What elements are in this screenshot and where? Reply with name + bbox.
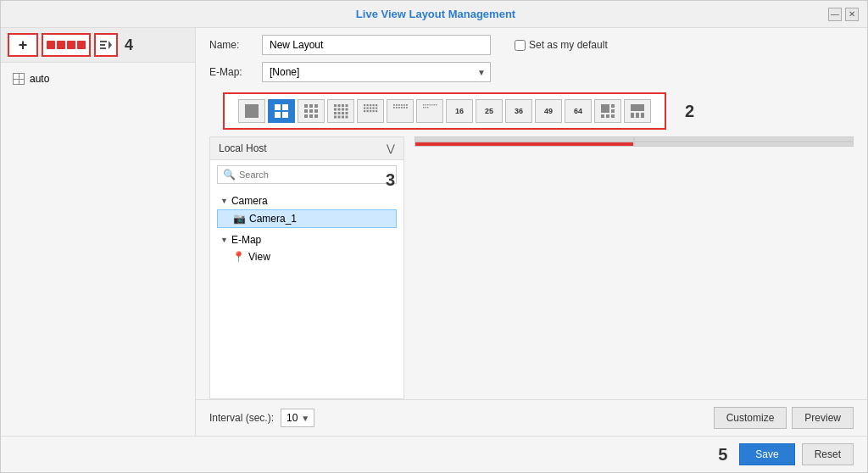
layout-item-auto[interactable]: auto — [8, 70, 188, 88]
emap-select[interactable]: [None] — [262, 62, 491, 82]
layout-btn-25-label: 25 — [485, 107, 493, 115]
svg-rect-34 — [364, 104, 365, 106]
layout-btn-wide2[interactable] — [624, 99, 651, 123]
video-grid-wrapper: 3 — [411, 136, 854, 399]
camera-tree: ▼ Camera 📷 Camera_1 ▼ E-Map 📍 — [210, 189, 403, 269]
save-button[interactable]: Save — [739, 443, 794, 465]
svg-rect-53 — [403, 104, 405, 106]
svg-rect-67 — [436, 104, 437, 105]
svg-rect-41 — [370, 108, 371, 109]
emap-select-wrapper: [None] ▼ — [262, 62, 491, 82]
svg-rect-44 — [364, 110, 365, 112]
grid-icon — [13, 73, 25, 85]
close-button[interactable]: ✕ — [845, 8, 859, 21]
layout-btn-64[interactable]: 64 — [565, 99, 592, 123]
layout-btn-4x4[interactable] — [327, 99, 354, 123]
window-controls: ― ✕ — [828, 8, 859, 21]
name-row: Name: Set as my default — [196, 28, 867, 62]
svg-rect-24 — [342, 109, 344, 111]
camera-panel-header: Local Host ⋁ — [210, 137, 403, 160]
layout-btn-wide1[interactable] — [594, 99, 621, 123]
camera1-label: Camera_1 — [249, 213, 297, 225]
layout-btn-3x3[interactable] — [298, 99, 325, 123]
step3-label: 3 — [386, 170, 395, 190]
layout-btn-49[interactable]: 49 — [535, 99, 562, 123]
svg-rect-76 — [611, 114, 615, 118]
svg-rect-11 — [314, 104, 318, 108]
title-bar: Live View Layout Management ― ✕ — [1, 1, 867, 28]
svg-rect-39 — [364, 108, 365, 109]
view-label: View — [248, 251, 270, 263]
layout-btn-7x7[interactable] — [416, 99, 443, 123]
layout-list: auto — [1, 63, 195, 95]
camera-section-header[interactable]: ▼ Camera — [217, 192, 397, 209]
svg-rect-6 — [282, 104, 288, 110]
preview-button[interactable]: Preview — [792, 407, 854, 429]
svg-rect-62 — [426, 104, 426, 105]
video-cell-2[interactable] — [635, 137, 853, 141]
layout-dots — [42, 33, 91, 57]
step4-label: 4 — [125, 36, 133, 54]
emap-section-label: E-Map — [231, 234, 261, 246]
camera-panel: Local Host ⋁ 🔍 ▼ Camera 📷 — [209, 136, 404, 399]
camera-item-camera1[interactable]: 📷 Camera_1 — [217, 209, 397, 228]
layout-btn-16-label: 16 — [455, 107, 464, 115]
interval-select[interactable]: 10 5 15 20 — [281, 409, 314, 427]
video-cell-4[interactable] — [635, 142, 853, 146]
step5-label: 5 — [718, 445, 727, 465]
svg-rect-16 — [309, 114, 313, 118]
svg-rect-14 — [314, 109, 318, 113]
layout-btn-25[interactable]: 25 — [476, 99, 503, 123]
bottom-bar: Interval (sec.): 10 5 15 20 ▼ Customize … — [196, 399, 867, 436]
layout-btn-6x6[interactable] — [387, 99, 414, 123]
svg-rect-79 — [636, 113, 639, 118]
layout-item-label: auto — [30, 73, 49, 85]
emap-row: E-Map: [None] ▼ — [196, 62, 867, 89]
svg-rect-23 — [338, 109, 341, 111]
svg-rect-29 — [346, 112, 348, 114]
minimize-button[interactable]: ― — [828, 8, 842, 21]
svg-rect-36 — [370, 104, 371, 106]
import-button[interactable] — [94, 33, 118, 57]
svg-rect-63 — [427, 104, 428, 105]
camera-section-label: Camera — [231, 195, 268, 207]
filter-icon[interactable]: ⋁ — [387, 142, 395, 154]
svg-rect-78 — [631, 113, 634, 118]
svg-rect-47 — [373, 110, 375, 112]
layout-btn-2x2[interactable] — [268, 99, 295, 123]
search-box: 🔍 — [217, 165, 397, 184]
layout-btn-5x5[interactable] — [357, 99, 384, 123]
video-grid — [415, 136, 854, 147]
reset-button[interactable]: Reset — [802, 443, 854, 465]
name-input[interactable] — [262, 35, 491, 55]
layout-btn-1x1[interactable] — [238, 99, 265, 123]
default-label: Set as my default — [529, 39, 608, 51]
default-checkbox[interactable] — [515, 40, 526, 51]
left-panel: + 4 — [1, 28, 196, 436]
svg-rect-46 — [370, 110, 371, 112]
layout-btn-49-label: 49 — [544, 107, 553, 115]
svg-rect-77 — [631, 104, 644, 111]
layout-btn-16[interactable]: 16 — [446, 99, 473, 123]
layout-btn-36[interactable]: 36 — [505, 99, 532, 123]
svg-rect-57 — [398, 107, 400, 109]
video-cell-3[interactable] — [415, 142, 633, 146]
right-panel: Name: Set as my default E-Map: [None] ▼ — [196, 28, 867, 436]
name-label: Name: — [209, 39, 252, 51]
camera-expand-arrow: ▼ — [220, 197, 228, 205]
svg-rect-58 — [401, 107, 403, 109]
search-input[interactable] — [239, 170, 391, 180]
step2-label: 2 — [685, 102, 694, 121]
local-host-label: Local Host — [219, 142, 267, 154]
customize-button[interactable]: Customize — [714, 407, 787, 429]
layout-btn-64-label: 64 — [574, 107, 582, 115]
video-cell-1[interactable] — [415, 137, 633, 141]
svg-rect-49 — [393, 104, 395, 106]
emap-section-header[interactable]: ▼ E-Map — [217, 231, 397, 248]
svg-rect-35 — [367, 104, 369, 106]
emap-item-view[interactable]: 📍 View — [217, 248, 397, 265]
svg-rect-72 — [611, 104, 615, 108]
layout-toolbar: 16 25 36 49 64 — [223, 92, 666, 130]
add-layout-button[interactable]: + — [8, 33, 38, 57]
layout-btn-36-label: 36 — [515, 107, 523, 115]
